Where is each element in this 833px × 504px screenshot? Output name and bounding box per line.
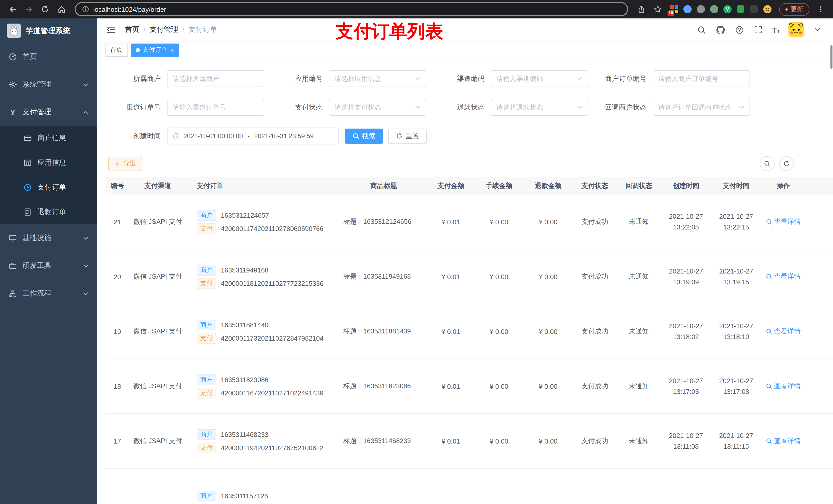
- view-detail-link[interactable]: 查看详情: [766, 382, 801, 391]
- chevron-down-icon: [83, 263, 89, 269]
- sidebar-item-infra[interactable]: 基础设施: [0, 224, 97, 252]
- chevron-up-icon: [83, 110, 89, 115]
- extension-gray2-icon[interactable]: [710, 5, 719, 14]
- toggle-search-icon[interactable]: [760, 156, 775, 171]
- filter-label: 退款状态: [426, 103, 485, 112]
- cell-fee: ¥ 0.00: [474, 382, 524, 390]
- sidebar-toggle-icon[interactable]: [104, 23, 118, 37]
- sidebar-item-label: 基础设施: [23, 234, 51, 243]
- sidebar-item-pay-order[interactable]: 支付订单: [0, 175, 97, 200]
- github-icon[interactable]: [715, 25, 726, 35]
- table-row: 17 微信 JSAPI 支付 商户 1635311468233 支付 42000…: [105, 414, 833, 469]
- notify-status-select[interactable]: 请选择订单回调商户状态: [653, 99, 750, 116]
- extension-colorful-icon[interactable]: 10: [670, 5, 679, 14]
- breadcrumb-item[interactable]: 首页: [125, 25, 139, 34]
- caret-down-icon[interactable]: [812, 25, 823, 35]
- refresh-table-icon[interactable]: [779, 156, 794, 171]
- cell-channel: 微信 JSAPI 支付: [129, 217, 187, 226]
- share-icon[interactable]: [634, 2, 648, 16]
- sidebar-item-payment[interactable]: ¥ 支付管理: [0, 98, 97, 126]
- screen: localhost:1024/pay/order 10 V 更新: [0, 0, 833, 504]
- export-button[interactable]: 导出: [108, 157, 142, 171]
- font-size-icon[interactable]: TT: [772, 25, 780, 34]
- tab-home[interactable]: 首页: [105, 43, 127, 56]
- channel-order-no-input[interactable]: [167, 99, 264, 116]
- extension-green-square-icon[interactable]: [737, 5, 745, 14]
- reset-button[interactable]: 重置: [388, 128, 427, 144]
- update-label: 更新: [790, 5, 803, 14]
- sidebar-item-app-info[interactable]: 应用信息: [0, 150, 97, 175]
- cell-create-time: 2021-10-27 13:22:05: [661, 211, 711, 233]
- sidebar-item-label: 应用信息: [38, 158, 66, 167]
- browser-menu-icon[interactable]: [813, 2, 828, 16]
- app-no-select[interactable]: 请选择应用信息: [329, 70, 426, 87]
- col-header-action: 操作: [761, 181, 805, 191]
- cell-action: 查看详情: [761, 217, 805, 226]
- chevron-down-icon: [83, 235, 89, 241]
- sidebar-item-devtools[interactable]: 研发工具: [0, 252, 97, 280]
- main-content: 首页 / 支付管理 / 支付订单 支付订单列表: [97, 19, 833, 504]
- cell-title: 标题：1635311468233: [340, 436, 427, 446]
- create-time-range-picker[interactable]: 2021-10-01 00:00:00 - 2021-10-31 23:59:5…: [167, 127, 339, 144]
- close-icon[interactable]: ×: [171, 46, 174, 53]
- fullscreen-icon[interactable]: [753, 25, 764, 35]
- refund-status-select[interactable]: 请选择退款状态: [491, 99, 588, 116]
- user-avatar[interactable]: [788, 22, 804, 38]
- help-icon[interactable]: [734, 25, 745, 35]
- tab-pay-order[interactable]: 支付订单 ×: [130, 43, 179, 56]
- bookmark-star-icon[interactable]: [651, 2, 665, 16]
- pay-status-select[interactable]: 请选择支付状态: [329, 99, 426, 116]
- sidebar-item-home[interactable]: 首页: [0, 43, 97, 71]
- table-row: 21 微信 JSAPI 支付 商户 1635312124657 支付 42000…: [105, 195, 833, 249]
- forward-icon[interactable]: [22, 2, 36, 16]
- pay-tag: 支付: [197, 387, 216, 398]
- sidebar-item-workflow[interactable]: 工作流程: [0, 280, 97, 307]
- channel-code-select[interactable]: 请输入渠道编码: [491, 70, 588, 87]
- col-header-status: 支付状态: [573, 181, 617, 191]
- merchant-input[interactable]: [167, 70, 264, 87]
- pay-tag: 支付: [197, 442, 216, 453]
- table-row: 20 微信 JSAPI 支付 商户 1635311949168 支付 42000…: [105, 249, 833, 304]
- scrollbar-thumb[interactable]: [830, 45, 832, 69]
- site-info-icon[interactable]: [82, 6, 89, 13]
- browser-update-button[interactable]: 更新: [779, 3, 809, 16]
- search-icon[interactable]: [696, 25, 707, 35]
- merchant-tag: 商户: [197, 429, 216, 440]
- sidebar-item-merchant-info[interactable]: 商户信息: [0, 126, 97, 150]
- cell-order: 商户 1635311881440 支付 42000011732021102728…: [187, 317, 340, 346]
- update-dot-icon: [785, 8, 788, 10]
- sidebar-item-label: 商户信息: [38, 134, 66, 143]
- payment-submenu: 商户信息 应用信息 支付订单 退款订单: [0, 126, 97, 224]
- search-button[interactable]: 搜索: [345, 128, 383, 144]
- extension-gray-icon[interactable]: [697, 5, 706, 14]
- back-icon[interactable]: [5, 2, 20, 16]
- view-detail-link[interactable]: 查看详情: [766, 436, 801, 446]
- cell-order: 商户 1635311468233 支付 42000011942021102767…: [187, 426, 340, 456]
- col-header-notify: 回调状态: [617, 181, 661, 191]
- view-detail-link[interactable]: 查看详情: [766, 272, 801, 281]
- view-detail-link[interactable]: 查看详情: [766, 217, 801, 226]
- cell-id: 19: [105, 328, 129, 335]
- extension-emoji-icon[interactable]: [763, 5, 772, 14]
- breadcrumb-item[interactable]: 支付管理: [149, 25, 178, 34]
- sidebar-item-system[interactable]: 系统管理: [0, 71, 97, 98]
- extension-puzzle-icon[interactable]: [750, 5, 759, 14]
- breadcrumb: 首页 / 支付管理 / 支付订单: [125, 25, 217, 34]
- gear-icon: [9, 80, 17, 89]
- sidebar-item-refund-order[interactable]: 退款订单: [0, 200, 97, 224]
- cell-title: 标题：1635311949168: [340, 272, 427, 281]
- view-detail-link[interactable]: 查看详情: [766, 327, 801, 336]
- extension-drop-icon[interactable]: [684, 5, 692, 14]
- cell-notify: 未通知: [617, 217, 661, 226]
- col-header-fee: 手续金额: [474, 181, 524, 191]
- reload-icon[interactable]: [38, 2, 52, 16]
- table-toolbar: 导出: [97, 156, 833, 171]
- sidebar-item-label: 系统管理: [23, 80, 51, 89]
- home-icon[interactable]: [54, 2, 69, 16]
- app-logo[interactable]: 芋道管理系统: [0, 19, 97, 43]
- dashboard-icon: [9, 53, 17, 61]
- extension-green-check-icon[interactable]: V: [723, 5, 732, 14]
- url-bar[interactable]: localhost:1024/pay/order: [75, 2, 628, 16]
- merchant-order-no-input[interactable]: [653, 70, 750, 87]
- cell-channel: 微信 JSAPI 支付: [129, 436, 187, 446]
